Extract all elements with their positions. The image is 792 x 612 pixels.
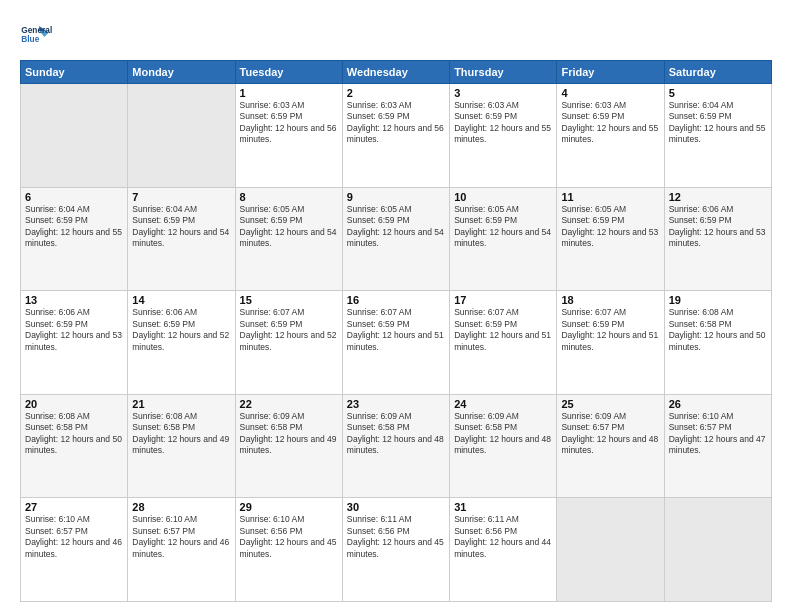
calendar-cell: 10Sunrise: 6:05 AM Sunset: 6:59 PM Dayli… xyxy=(450,187,557,291)
calendar-cell: 15Sunrise: 6:07 AM Sunset: 6:59 PM Dayli… xyxy=(235,291,342,395)
day-info: Sunrise: 6:05 AM Sunset: 6:59 PM Dayligh… xyxy=(240,204,338,250)
day-number: 5 xyxy=(669,87,767,99)
day-info: Sunrise: 6:03 AM Sunset: 6:59 PM Dayligh… xyxy=(347,100,445,146)
calendar-header-wednesday: Wednesday xyxy=(342,61,449,84)
calendar-cell: 8Sunrise: 6:05 AM Sunset: 6:59 PM Daylig… xyxy=(235,187,342,291)
day-info: Sunrise: 6:04 AM Sunset: 6:59 PM Dayligh… xyxy=(25,204,123,250)
calendar-week-row: 1Sunrise: 6:03 AM Sunset: 6:59 PM Daylig… xyxy=(21,84,772,188)
page-header: GeneralBlue xyxy=(20,18,772,50)
day-info: Sunrise: 6:09 AM Sunset: 6:58 PM Dayligh… xyxy=(240,411,338,457)
day-number: 19 xyxy=(669,294,767,306)
day-number: 10 xyxy=(454,191,552,203)
day-info: Sunrise: 6:05 AM Sunset: 6:59 PM Dayligh… xyxy=(347,204,445,250)
day-number: 27 xyxy=(25,501,123,513)
calendar-cell: 14Sunrise: 6:06 AM Sunset: 6:59 PM Dayli… xyxy=(128,291,235,395)
day-info: Sunrise: 6:03 AM Sunset: 6:59 PM Dayligh… xyxy=(240,100,338,146)
day-number: 2 xyxy=(347,87,445,99)
day-number: 4 xyxy=(561,87,659,99)
calendar-cell: 20Sunrise: 6:08 AM Sunset: 6:58 PM Dayli… xyxy=(21,394,128,498)
day-number: 12 xyxy=(669,191,767,203)
logo: GeneralBlue xyxy=(20,18,52,50)
calendar-cell: 31Sunrise: 6:11 AM Sunset: 6:56 PM Dayli… xyxy=(450,498,557,602)
day-info: Sunrise: 6:03 AM Sunset: 6:59 PM Dayligh… xyxy=(454,100,552,146)
day-info: Sunrise: 6:04 AM Sunset: 6:59 PM Dayligh… xyxy=(669,100,767,146)
day-number: 17 xyxy=(454,294,552,306)
day-info: Sunrise: 6:08 AM Sunset: 6:58 PM Dayligh… xyxy=(669,307,767,353)
calendar-cell xyxy=(128,84,235,188)
calendar-cell: 12Sunrise: 6:06 AM Sunset: 6:59 PM Dayli… xyxy=(664,187,771,291)
calendar-header-saturday: Saturday xyxy=(664,61,771,84)
calendar-cell: 5Sunrise: 6:04 AM Sunset: 6:59 PM Daylig… xyxy=(664,84,771,188)
day-info: Sunrise: 6:08 AM Sunset: 6:58 PM Dayligh… xyxy=(25,411,123,457)
calendar-header-sunday: Sunday xyxy=(21,61,128,84)
day-number: 20 xyxy=(25,398,123,410)
day-number: 11 xyxy=(561,191,659,203)
day-info: Sunrise: 6:05 AM Sunset: 6:59 PM Dayligh… xyxy=(454,204,552,250)
day-info: Sunrise: 6:09 AM Sunset: 6:57 PM Dayligh… xyxy=(561,411,659,457)
calendar-cell: 3Sunrise: 6:03 AM Sunset: 6:59 PM Daylig… xyxy=(450,84,557,188)
svg-text:Blue: Blue xyxy=(21,34,39,44)
day-info: Sunrise: 6:10 AM Sunset: 6:57 PM Dayligh… xyxy=(669,411,767,457)
day-number: 25 xyxy=(561,398,659,410)
calendar-cell: 22Sunrise: 6:09 AM Sunset: 6:58 PM Dayli… xyxy=(235,394,342,498)
day-info: Sunrise: 6:08 AM Sunset: 6:58 PM Dayligh… xyxy=(132,411,230,457)
day-number: 16 xyxy=(347,294,445,306)
day-info: Sunrise: 6:05 AM Sunset: 6:59 PM Dayligh… xyxy=(561,204,659,250)
logo-icon: GeneralBlue xyxy=(20,18,52,50)
calendar-week-row: 20Sunrise: 6:08 AM Sunset: 6:58 PM Dayli… xyxy=(21,394,772,498)
calendar-cell: 29Sunrise: 6:10 AM Sunset: 6:56 PM Dayli… xyxy=(235,498,342,602)
calendar-header-friday: Friday xyxy=(557,61,664,84)
calendar-cell: 25Sunrise: 6:09 AM Sunset: 6:57 PM Dayli… xyxy=(557,394,664,498)
day-number: 30 xyxy=(347,501,445,513)
day-info: Sunrise: 6:06 AM Sunset: 6:59 PM Dayligh… xyxy=(25,307,123,353)
calendar-header-monday: Monday xyxy=(128,61,235,84)
calendar-cell: 30Sunrise: 6:11 AM Sunset: 6:56 PM Dayli… xyxy=(342,498,449,602)
day-number: 1 xyxy=(240,87,338,99)
day-info: Sunrise: 6:10 AM Sunset: 6:57 PM Dayligh… xyxy=(25,514,123,560)
calendar-cell: 6Sunrise: 6:04 AM Sunset: 6:59 PM Daylig… xyxy=(21,187,128,291)
day-number: 24 xyxy=(454,398,552,410)
calendar-cell: 26Sunrise: 6:10 AM Sunset: 6:57 PM Dayli… xyxy=(664,394,771,498)
day-info: Sunrise: 6:07 AM Sunset: 6:59 PM Dayligh… xyxy=(561,307,659,353)
calendar-cell xyxy=(664,498,771,602)
day-number: 22 xyxy=(240,398,338,410)
day-number: 13 xyxy=(25,294,123,306)
calendar-cell: 13Sunrise: 6:06 AM Sunset: 6:59 PM Dayli… xyxy=(21,291,128,395)
day-number: 31 xyxy=(454,501,552,513)
day-number: 15 xyxy=(240,294,338,306)
day-number: 26 xyxy=(669,398,767,410)
calendar-cell: 16Sunrise: 6:07 AM Sunset: 6:59 PM Dayli… xyxy=(342,291,449,395)
day-number: 9 xyxy=(347,191,445,203)
day-number: 7 xyxy=(132,191,230,203)
day-info: Sunrise: 6:07 AM Sunset: 6:59 PM Dayligh… xyxy=(240,307,338,353)
calendar-header-row: SundayMondayTuesdayWednesdayThursdayFrid… xyxy=(21,61,772,84)
day-number: 21 xyxy=(132,398,230,410)
calendar-cell: 27Sunrise: 6:10 AM Sunset: 6:57 PM Dayli… xyxy=(21,498,128,602)
calendar-cell: 11Sunrise: 6:05 AM Sunset: 6:59 PM Dayli… xyxy=(557,187,664,291)
calendar-week-row: 6Sunrise: 6:04 AM Sunset: 6:59 PM Daylig… xyxy=(21,187,772,291)
day-number: 18 xyxy=(561,294,659,306)
calendar-cell: 23Sunrise: 6:09 AM Sunset: 6:58 PM Dayli… xyxy=(342,394,449,498)
day-info: Sunrise: 6:10 AM Sunset: 6:56 PM Dayligh… xyxy=(240,514,338,560)
calendar-table: SundayMondayTuesdayWednesdayThursdayFrid… xyxy=(20,60,772,602)
calendar-cell: 9Sunrise: 6:05 AM Sunset: 6:59 PM Daylig… xyxy=(342,187,449,291)
calendar-cell xyxy=(557,498,664,602)
calendar-header-thursday: Thursday xyxy=(450,61,557,84)
calendar-cell: 19Sunrise: 6:08 AM Sunset: 6:58 PM Dayli… xyxy=(664,291,771,395)
calendar-cell: 4Sunrise: 6:03 AM Sunset: 6:59 PM Daylig… xyxy=(557,84,664,188)
calendar-cell: 21Sunrise: 6:08 AM Sunset: 6:58 PM Dayli… xyxy=(128,394,235,498)
day-info: Sunrise: 6:11 AM Sunset: 6:56 PM Dayligh… xyxy=(347,514,445,560)
calendar-cell: 18Sunrise: 6:07 AM Sunset: 6:59 PM Dayli… xyxy=(557,291,664,395)
calendar-cell: 24Sunrise: 6:09 AM Sunset: 6:58 PM Dayli… xyxy=(450,394,557,498)
day-info: Sunrise: 6:07 AM Sunset: 6:59 PM Dayligh… xyxy=(454,307,552,353)
day-info: Sunrise: 6:07 AM Sunset: 6:59 PM Dayligh… xyxy=(347,307,445,353)
day-info: Sunrise: 6:09 AM Sunset: 6:58 PM Dayligh… xyxy=(347,411,445,457)
day-number: 3 xyxy=(454,87,552,99)
day-info: Sunrise: 6:09 AM Sunset: 6:58 PM Dayligh… xyxy=(454,411,552,457)
calendar-cell: 2Sunrise: 6:03 AM Sunset: 6:59 PM Daylig… xyxy=(342,84,449,188)
day-info: Sunrise: 6:06 AM Sunset: 6:59 PM Dayligh… xyxy=(669,204,767,250)
day-info: Sunrise: 6:11 AM Sunset: 6:56 PM Dayligh… xyxy=(454,514,552,560)
day-number: 23 xyxy=(347,398,445,410)
day-number: 6 xyxy=(25,191,123,203)
day-number: 28 xyxy=(132,501,230,513)
